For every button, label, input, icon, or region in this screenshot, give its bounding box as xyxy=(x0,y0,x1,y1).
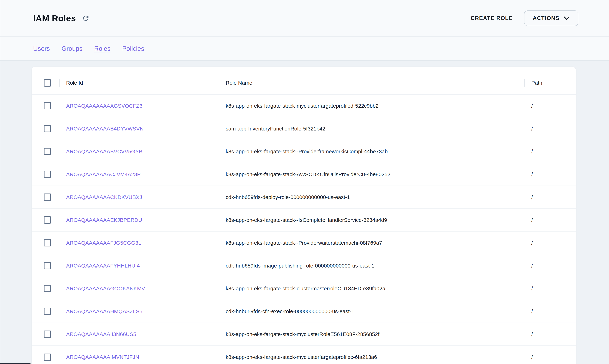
role-path-cell: / xyxy=(524,323,576,346)
tab-users[interactable]: Users xyxy=(33,45,50,52)
role-name-cell: k8s-app-on-eks-fargate-stack-AWSCDKCfnUt… xyxy=(219,163,524,186)
role-id-cell: AROAQAAAAAAAHMQASZLS5 xyxy=(59,300,219,323)
role-id-link[interactable]: AROAQAAAAAAABVCVV5GYB xyxy=(66,149,142,154)
role-id-link[interactable]: AROAQAAAAAAAFJG5CGG3L xyxy=(66,240,141,246)
row-checkbox[interactable] xyxy=(44,194,51,201)
tab-policies[interactable]: Policies xyxy=(122,45,144,52)
role-id-cell: AROAQAAAAAAAIMVNTJFJN xyxy=(59,346,219,364)
role-name-cell: cdk-hnb659fds-image-publishing-role-0000… xyxy=(219,254,524,277)
row-checkbox[interactable] xyxy=(44,125,51,132)
role-name-cell: cdk-hnb659fds-cfn-exec-role-000000000000… xyxy=(219,300,524,323)
row-checkbox[interactable] xyxy=(44,171,51,178)
table-row: AROAQAAAAAAACJVM4A23Pk8s-app-on-eks-farg… xyxy=(32,163,576,186)
page-header: IAM Roles CREATE ROLE ACTIONS xyxy=(0,0,609,37)
role-name-cell: sam-app-InventoryFunctionRole-5f321b42 xyxy=(219,117,524,140)
table-row: AROAQAAAAAAAFYHHLHUI4cdk-hnb659fds-image… xyxy=(32,254,576,277)
role-id-link[interactable]: AROAQAAAAAAAFYHHLHUI4 xyxy=(66,263,140,269)
actions-button-label: ACTIONS xyxy=(533,15,560,21)
actions-button[interactable]: ACTIONS xyxy=(524,11,578,26)
column-separator xyxy=(59,79,60,87)
table-row: AROAQAAAAAAABVCVV5GYBk8s-app-on-eks-farg… xyxy=(32,140,576,163)
role-name-cell: k8s-app-on-eks-fargate-stack-myclusterfa… xyxy=(219,94,524,117)
table-row: AROAQAAAAAAAFJG5CGG3Lk8s-app-on-eks-farg… xyxy=(32,231,576,254)
role-id-cell: AROAQAAAAAAABVCVV5GYB xyxy=(59,140,219,163)
tab-roles[interactable]: Roles xyxy=(94,45,111,52)
row-select-cell xyxy=(32,117,59,140)
row-select-cell xyxy=(32,231,59,254)
role-id-link[interactable]: AROAQAAAAAAAHMQASZLS5 xyxy=(66,308,142,314)
role-id-cell: AROAQAAAAAAAFYHHLHUI4 xyxy=(59,254,219,277)
bottom-edge-fragment xyxy=(0,363,30,364)
chevron-down-icon xyxy=(564,16,570,20)
role-path-cell: / xyxy=(524,140,576,163)
row-select-cell xyxy=(32,323,59,346)
role-id-cell: AROAQAAAAAAAB4DYVWSVN xyxy=(59,117,219,140)
row-checkbox[interactable] xyxy=(44,308,51,315)
role-id-link[interactable]: AROAQAAAAAAAIMVNTJFJN xyxy=(66,354,139,360)
column-header-role-id: Role Id xyxy=(59,72,219,94)
left-edge-divider xyxy=(0,0,0,364)
row-checkbox[interactable] xyxy=(44,148,51,155)
role-id-link[interactable]: AROAQAAAAAAACKDKVUBXJ xyxy=(66,194,142,200)
role-path-cell: / xyxy=(524,163,576,186)
select-all-checkbox[interactable] xyxy=(44,79,51,87)
row-checkbox[interactable] xyxy=(44,102,51,109)
row-checkbox[interactable] xyxy=(44,262,51,269)
role-path-cell: / xyxy=(524,208,576,231)
refresh-icon xyxy=(82,14,90,22)
role-id-cell: AROAQAAAAAAAGOOKANKMV xyxy=(59,277,219,300)
role-id-link[interactable]: AROAQAAAAAAAB4DYVWSVN xyxy=(66,126,144,131)
role-id-link[interactable]: AROAQAAAAAAAGOOKANKMV xyxy=(66,286,145,291)
row-select-cell xyxy=(32,300,59,323)
role-name-cell: k8s-app-on-eks-fargate-stack--Providerfr… xyxy=(219,140,524,163)
role-id-link[interactable]: AROAQAAAAAAACJVM4A23P xyxy=(66,171,141,177)
table-row: AROAQAAAAAAAEKJBPERDUk8s-app-on-eks-farg… xyxy=(32,208,576,231)
table-row: AROAQAAAAAAAAGSVOCFZ3k8s-app-on-eks-farg… xyxy=(32,94,576,117)
role-name-cell: cdk-hnb659fds-deploy-role-000000000000-u… xyxy=(219,186,524,208)
role-path-cell: / xyxy=(524,300,576,323)
row-checkbox[interactable] xyxy=(44,216,51,224)
row-select-cell xyxy=(32,186,59,208)
table-row: AROAQAAAAAAAII3N66US5k8s-app-on-eks-farg… xyxy=(32,323,576,346)
refresh-button[interactable] xyxy=(81,14,90,23)
roles-table-card: Role IdRole NamePath AROAQAAAAAAAAGSVOCF… xyxy=(32,66,576,364)
row-select-cell xyxy=(32,346,59,364)
select-all-cell xyxy=(32,72,59,94)
row-select-cell xyxy=(32,254,59,277)
column-header-label: Path xyxy=(531,80,542,86)
row-checkbox[interactable] xyxy=(44,285,51,292)
row-select-cell xyxy=(32,208,59,231)
row-select-cell xyxy=(32,277,59,300)
role-id-cell: AROAQAAAAAAACKDKVUBXJ xyxy=(59,186,219,208)
role-id-link[interactable]: AROAQAAAAAAAEKJBPERDU xyxy=(66,217,142,223)
column-header-path: Path xyxy=(524,72,576,94)
content-area: Role IdRole NamePath AROAQAAAAAAAAGSVOCF… xyxy=(0,61,609,363)
table-row: AROAQAAAAAAAB4DYVWSVNsam-app-InventoryFu… xyxy=(32,117,576,140)
row-checkbox[interactable] xyxy=(44,239,51,247)
role-name-cell: k8s-app-on-eks-fargate-stack--IsComplete… xyxy=(219,208,524,231)
role-id-link[interactable]: AROAQAAAAAAAAGSVOCFZ3 xyxy=(66,103,142,109)
column-header-label: Role Name xyxy=(226,80,252,86)
row-select-cell xyxy=(32,163,59,186)
role-id-cell: AROAQAAAAAAAEKJBPERDU xyxy=(59,208,219,231)
table-row: AROAQAAAAAAACKDKVUBXJcdk-hnb659fds-deplo… xyxy=(32,186,576,208)
role-id-link[interactable]: AROAQAAAAAAAII3N66US5 xyxy=(66,331,136,337)
role-name-cell: k8s-app-on-eks-fargate-stack--Providerwa… xyxy=(219,231,524,254)
role-id-cell: AROAQAAAAAAAFJG5CGG3L xyxy=(59,231,219,254)
row-select-cell xyxy=(32,94,59,117)
column-header-label: Role Id xyxy=(66,80,83,86)
table-row: AROAQAAAAAAAHMQASZLS5cdk-hnb659fds-cfn-e… xyxy=(32,300,576,323)
role-id-cell: AROAQAAAAAAAII3N66US5 xyxy=(59,323,219,346)
row-checkbox[interactable] xyxy=(44,331,51,338)
column-separator xyxy=(219,79,219,87)
row-checkbox[interactable] xyxy=(44,353,51,361)
table-row: AROAQAAAAAAAIMVNTJFJNk8s-app-on-eks-farg… xyxy=(32,346,576,364)
role-id-cell: AROAQAAAAAAAAGSVOCFZ3 xyxy=(59,94,219,117)
table-row: AROAQAAAAAAAGOOKANKMVk8s-app-on-eks-farg… xyxy=(32,277,576,300)
create-role-button[interactable]: CREATE ROLE xyxy=(471,13,513,23)
row-select-cell xyxy=(32,140,59,163)
column-separator xyxy=(524,79,525,87)
role-path-cell: / xyxy=(524,346,576,364)
role-path-cell: / xyxy=(524,117,576,140)
tab-groups[interactable]: Groups xyxy=(62,45,83,52)
